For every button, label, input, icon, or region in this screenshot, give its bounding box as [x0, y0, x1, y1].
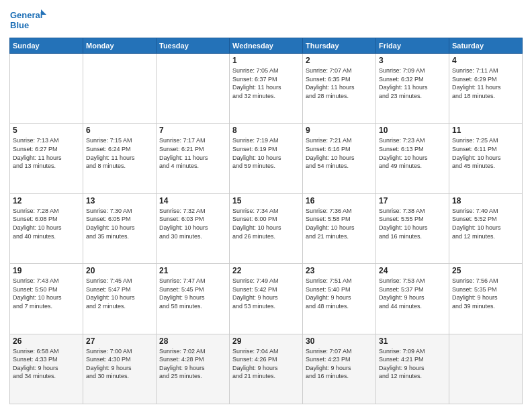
day-number: 25 [452, 266, 519, 275]
weekday-header-row: SundayMondayTuesdayWednesdayThursdayFrid… [10, 38, 523, 54]
day-info: Sunrise: 7:49 AM Sunset: 5:42 PM Dayligh… [232, 277, 300, 310]
day-number: 26 [13, 336, 80, 346]
day-number: 27 [86, 336, 153, 346]
day-number: 20 [86, 266, 153, 275]
day-number: 14 [159, 196, 226, 205]
day-info: Sunrise: 7:45 AM Sunset: 5:47 PM Dayligh… [86, 277, 153, 310]
day-cell-31: 31Sunrise: 7:09 AM Sunset: 4:21 PM Dayli… [376, 334, 449, 404]
day-info: Sunrise: 7:07 AM Sunset: 4:23 PM Dayligh… [306, 347, 373, 381]
logo: General Blue [9, 7, 46, 32]
day-number: 19 [13, 266, 80, 275]
day-info: Sunrise: 7:56 AM Sunset: 5:35 PM Dayligh… [452, 277, 519, 310]
day-info: Sunrise: 7:47 AM Sunset: 5:45 PM Dayligh… [159, 277, 226, 310]
day-info: Sunrise: 7:05 AM Sunset: 6:37 PM Dayligh… [232, 66, 300, 100]
day-info: Sunrise: 7:51 AM Sunset: 5:40 PM Dayligh… [306, 277, 373, 310]
empty-cell [83, 54, 157, 124]
day-number: 10 [379, 126, 446, 135]
calendar-page: General Blue SundayMondayTuesdayWednesda… [0, 0, 532, 411]
day-info: Sunrise: 7:40 AM Sunset: 5:52 PM Dayligh… [452, 207, 519, 240]
day-cell-18: 18Sunrise: 7:40 AM Sunset: 5:52 PM Dayli… [449, 193, 523, 263]
day-cell-13: 13Sunrise: 7:30 AM Sunset: 6:05 PM Dayli… [83, 193, 157, 263]
day-info: Sunrise: 7:09 AM Sunset: 6:32 PM Dayligh… [379, 66, 446, 100]
day-cell-11: 11Sunrise: 7:25 AM Sunset: 6:11 PM Dayli… [449, 124, 523, 193]
day-number: 5 [13, 126, 80, 135]
empty-cell [449, 334, 523, 404]
day-number: 29 [232, 336, 300, 346]
week-row-2: 5Sunrise: 7:13 AM Sunset: 6:27 PM Daylig… [10, 124, 523, 193]
day-info: Sunrise: 7:25 AM Sunset: 6:11 PM Dayligh… [452, 136, 519, 170]
weekday-header-wednesday: Wednesday [230, 38, 303, 54]
day-cell-23: 23Sunrise: 7:51 AM Sunset: 5:40 PM Dayli… [303, 264, 376, 334]
day-cell-27: 27Sunrise: 7:00 AM Sunset: 4:30 PM Dayli… [83, 334, 157, 404]
day-number: 2 [306, 56, 373, 65]
day-cell-5: 5Sunrise: 7:13 AM Sunset: 6:27 PM Daylig… [10, 124, 83, 193]
day-cell-29: 29Sunrise: 7:04 AM Sunset: 4:26 PM Dayli… [230, 334, 303, 404]
weekday-header-sunday: Sunday [10, 38, 83, 54]
day-number: 17 [379, 196, 446, 205]
day-number: 12 [13, 196, 80, 205]
day-number: 7 [159, 126, 226, 135]
week-row-1: 1Sunrise: 7:05 AM Sunset: 6:37 PM Daylig… [10, 54, 523, 124]
day-cell-7: 7Sunrise: 7:17 AM Sunset: 6:21 PM Daylig… [157, 124, 230, 193]
day-cell-6: 6Sunrise: 7:15 AM Sunset: 6:24 PM Daylig… [83, 124, 157, 193]
day-cell-12: 12Sunrise: 7:28 AM Sunset: 6:08 PM Dayli… [10, 193, 83, 263]
day-cell-9: 9Sunrise: 7:21 AM Sunset: 6:16 PM Daylig… [303, 124, 376, 193]
weekday-header-thursday: Thursday [303, 38, 376, 54]
day-cell-14: 14Sunrise: 7:32 AM Sunset: 6:03 PM Dayli… [157, 193, 230, 263]
weekday-header-tuesday: Tuesday [157, 38, 230, 54]
day-cell-28: 28Sunrise: 7:02 AM Sunset: 4:28 PM Dayli… [157, 334, 230, 404]
week-row-5: 26Sunrise: 6:58 AM Sunset: 4:33 PM Dayli… [10, 334, 523, 404]
day-number: 6 [86, 126, 153, 135]
day-cell-2: 2Sunrise: 7:07 AM Sunset: 6:35 PM Daylig… [303, 54, 376, 124]
svg-text:Blue: Blue [10, 20, 29, 30]
day-cell-16: 16Sunrise: 7:36 AM Sunset: 5:58 PM Dayli… [303, 193, 376, 263]
day-info: Sunrise: 7:02 AM Sunset: 4:28 PM Dayligh… [159, 347, 226, 381]
day-info: Sunrise: 7:15 AM Sunset: 6:24 PM Dayligh… [86, 136, 153, 170]
day-info: Sunrise: 7:21 AM Sunset: 6:16 PM Dayligh… [306, 136, 373, 170]
day-info: Sunrise: 7:13 AM Sunset: 6:27 PM Dayligh… [13, 136, 80, 170]
day-number: 31 [379, 336, 446, 346]
day-info: Sunrise: 7:17 AM Sunset: 6:21 PM Dayligh… [159, 136, 226, 170]
day-cell-25: 25Sunrise: 7:56 AM Sunset: 5:35 PM Dayli… [449, 264, 523, 334]
day-info: Sunrise: 6:58 AM Sunset: 4:33 PM Dayligh… [13, 347, 80, 381]
day-number: 4 [452, 56, 519, 65]
day-number: 23 [306, 266, 373, 275]
day-cell-8: 8Sunrise: 7:19 AM Sunset: 6:19 PM Daylig… [230, 124, 303, 193]
logo-svg: General Blue [9, 7, 46, 32]
day-number: 21 [159, 266, 226, 275]
week-row-4: 19Sunrise: 7:43 AM Sunset: 5:50 PM Dayli… [10, 264, 523, 334]
day-cell-3: 3Sunrise: 7:09 AM Sunset: 6:32 PM Daylig… [376, 54, 449, 124]
day-cell-15: 15Sunrise: 7:34 AM Sunset: 6:00 PM Dayli… [230, 193, 303, 263]
day-number: 15 [232, 196, 300, 205]
header: General Blue [9, 7, 523, 32]
day-cell-10: 10Sunrise: 7:23 AM Sunset: 6:13 PM Dayli… [376, 124, 449, 193]
day-info: Sunrise: 7:34 AM Sunset: 6:00 PM Dayligh… [232, 207, 300, 240]
day-info: Sunrise: 7:36 AM Sunset: 5:58 PM Dayligh… [306, 207, 373, 240]
day-number: 3 [379, 56, 446, 65]
day-cell-19: 19Sunrise: 7:43 AM Sunset: 5:50 PM Dayli… [10, 264, 83, 334]
weekday-header-saturday: Saturday [449, 38, 523, 54]
svg-text:General: General [10, 10, 42, 20]
day-info: Sunrise: 7:19 AM Sunset: 6:19 PM Dayligh… [232, 136, 300, 170]
week-row-3: 12Sunrise: 7:28 AM Sunset: 6:08 PM Dayli… [10, 193, 523, 263]
day-number: 1 [232, 56, 300, 65]
day-cell-26: 26Sunrise: 6:58 AM Sunset: 4:33 PM Dayli… [10, 334, 83, 404]
calendar-table: SundayMondayTuesdayWednesdayThursdayFrid… [9, 38, 523, 404]
day-number: 11 [452, 126, 519, 135]
day-info: Sunrise: 7:43 AM Sunset: 5:50 PM Dayligh… [13, 277, 80, 310]
empty-cell [10, 54, 83, 124]
day-number: 9 [306, 126, 373, 135]
day-info: Sunrise: 7:23 AM Sunset: 6:13 PM Dayligh… [379, 136, 446, 170]
day-cell-1: 1Sunrise: 7:05 AM Sunset: 6:37 PM Daylig… [230, 54, 303, 124]
day-cell-22: 22Sunrise: 7:49 AM Sunset: 5:42 PM Dayli… [230, 264, 303, 334]
day-number: 16 [306, 196, 373, 205]
day-cell-24: 24Sunrise: 7:53 AM Sunset: 5:37 PM Dayli… [376, 264, 449, 334]
day-info: Sunrise: 7:09 AM Sunset: 4:21 PM Dayligh… [379, 347, 446, 381]
day-number: 22 [232, 266, 300, 275]
day-number: 30 [306, 336, 373, 346]
day-info: Sunrise: 7:04 AM Sunset: 4:26 PM Dayligh… [232, 347, 300, 381]
day-cell-17: 17Sunrise: 7:38 AM Sunset: 5:55 PM Dayli… [376, 193, 449, 263]
day-number: 28 [159, 336, 226, 346]
day-number: 18 [452, 196, 519, 205]
weekday-header-friday: Friday [376, 38, 449, 54]
